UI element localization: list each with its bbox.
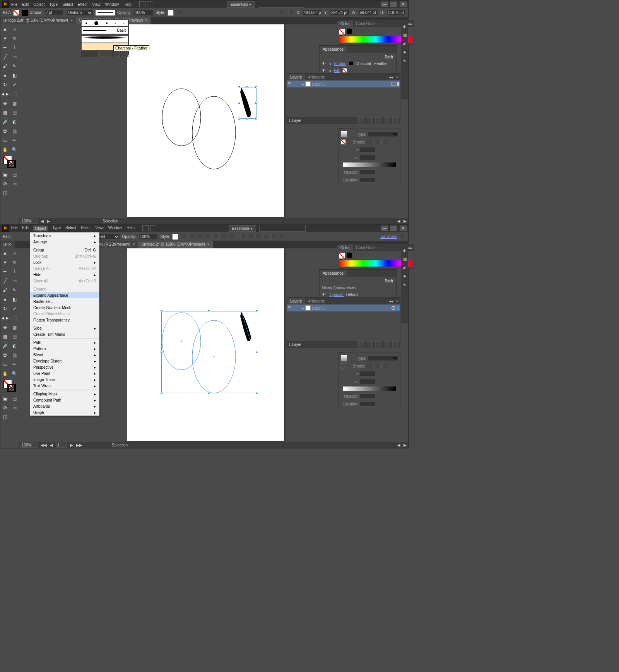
stroke-option-1[interactable] bbox=[367, 139, 373, 145]
visibility-icon[interactable]: 👁 bbox=[288, 81, 293, 87]
eraser-tool[interactable]: ◧ bbox=[10, 71, 19, 80]
align-top-icon[interactable] bbox=[212, 234, 219, 240]
direct-selection-tool[interactable]: ▷ bbox=[10, 24, 19, 34]
swatches-icon[interactable]: ▦ bbox=[401, 31, 408, 39]
brushes-icon[interactable]: 🖌 bbox=[401, 39, 408, 48]
menu-item-transform[interactable]: Transform▸ bbox=[30, 233, 99, 239]
y-input[interactable] bbox=[330, 10, 349, 16]
brushes-icon[interactable]: 🖌 bbox=[401, 263, 408, 272]
gradient-swatch[interactable] bbox=[340, 131, 347, 138]
screen-mode-icon[interactable]: ▭ bbox=[10, 403, 19, 412]
close-button[interactable]: ✕ bbox=[400, 226, 407, 231]
rotate-tool[interactable]: ↻ bbox=[0, 80, 10, 89]
menu-help[interactable]: Help bbox=[123, 2, 132, 7]
document-tab[interactable]: Untitled-2* @ 100% (CMYK/Preview)× bbox=[138, 241, 213, 248]
artboard-nav-icon[interactable]: ▶ bbox=[47, 219, 50, 223]
scroll-left-icon[interactable]: ◀ bbox=[397, 219, 400, 223]
document-tab[interactable]: jel lo bbox=[0, 241, 15, 248]
angle-input[interactable] bbox=[360, 371, 375, 376]
artboard-nav-prev-icon[interactable]: ◀ bbox=[50, 443, 53, 447]
type-tool[interactable]: T bbox=[10, 267, 19, 276]
opacity-input[interactable] bbox=[139, 234, 158, 240]
selection-handle[interactable] bbox=[161, 392, 162, 394]
menu-window[interactable]: Window bbox=[108, 226, 122, 231]
mesh-tool[interactable]: ▦ bbox=[0, 332, 10, 341]
fill-color-swatch[interactable] bbox=[342, 68, 347, 73]
menu-item-envelope-distort[interactable]: Envelope Distort▸ bbox=[30, 358, 99, 364]
brush-row[interactable] bbox=[82, 20, 128, 27]
selection-handle[interactable] bbox=[255, 118, 257, 120]
align-bottom-icon[interactable] bbox=[228, 234, 234, 240]
pencil-tool[interactable]: ✎ bbox=[10, 62, 19, 71]
stroke-option-2[interactable] bbox=[374, 363, 381, 369]
pencil-tool[interactable]: ✎ bbox=[10, 286, 19, 295]
fill-link[interactable]: Fill: bbox=[334, 68, 340, 73]
scale-tool[interactable]: ⤢ bbox=[10, 304, 19, 313]
selection-handle[interactable] bbox=[238, 102, 240, 104]
selection-handle[interactable] bbox=[256, 310, 258, 312]
new-sublayer-icon[interactable] bbox=[375, 117, 381, 123]
locate-icon[interactable] bbox=[358, 117, 364, 123]
stroke-indicator[interactable] bbox=[7, 160, 16, 168]
make-clipping-icon[interactable] bbox=[367, 341, 373, 347]
artboards-tab[interactable]: Artboards bbox=[305, 298, 328, 304]
magic-wand-tool[interactable]: ✦ bbox=[0, 258, 10, 267]
align-vcenter-icon[interactable] bbox=[220, 234, 226, 240]
perspective-tool[interactable]: ▦ bbox=[10, 323, 19, 332]
brush-preview[interactable] bbox=[96, 10, 115, 15]
menu-select[interactable]: Select bbox=[62, 2, 73, 7]
document-tab[interactable]: jel logo 2.ai* @ 50% (CMYK/Preview)× bbox=[0, 17, 76, 24]
stroke-swatch[interactable] bbox=[347, 29, 352, 34]
stroke-swatch[interactable] bbox=[347, 253, 352, 258]
selection-tool[interactable]: ▲ bbox=[0, 24, 10, 34]
recolor-icon[interactable] bbox=[176, 10, 182, 16]
selection-tool[interactable]: ▲ bbox=[0, 248, 10, 258]
opacity-input[interactable] bbox=[134, 10, 153, 16]
menu-item-path[interactable]: Path▸ bbox=[30, 339, 99, 345]
layers-tab[interactable]: Layers bbox=[287, 298, 305, 304]
shape-builder-tool[interactable]: ⊕ bbox=[0, 323, 10, 332]
aspect-input[interactable] bbox=[360, 379, 375, 384]
selection-handle[interactable] bbox=[255, 86, 257, 88]
mesh-tool[interactable]: ▦ bbox=[0, 108, 10, 117]
menu-item-lock[interactable]: Lock▸ bbox=[30, 259, 99, 265]
artboard-nav-next-icon[interactable]: ▶▶ bbox=[76, 443, 82, 447]
delete-brush-icon[interactable] bbox=[121, 51, 128, 57]
fill-stroke-indicator[interactable] bbox=[3, 380, 16, 392]
menu-effect[interactable]: Effect bbox=[78, 2, 87, 7]
pen-tool[interactable]: ✒ bbox=[0, 43, 10, 52]
search-input[interactable] bbox=[258, 1, 304, 8]
menu-item-hide[interactable]: Hide▸ bbox=[30, 272, 99, 278]
draw-mode-icon[interactable]: ◫ bbox=[0, 412, 10, 422]
menu-item-graph[interactable]: Graph▸ bbox=[30, 409, 99, 416]
new-brush-icon[interactable] bbox=[114, 51, 120, 57]
menu-item-expand-appearance[interactable]: Expand Appearance bbox=[30, 292, 99, 298]
align-icon[interactable] bbox=[280, 10, 286, 16]
distribute-icon[interactable] bbox=[256, 234, 262, 240]
align-right-icon[interactable] bbox=[205, 234, 211, 240]
color-guide-tab[interactable]: Color Guide bbox=[353, 245, 380, 251]
gradient-location-input[interactable] bbox=[360, 177, 375, 183]
symbol-sprayer-tool[interactable]: ✿ bbox=[0, 351, 10, 360]
menu-item-rasterize-[interactable]: Rasterize... bbox=[30, 298, 99, 304]
line-tool[interactable]: ╱ bbox=[0, 52, 10, 62]
selection-handle[interactable] bbox=[208, 310, 210, 312]
brush-row-basic[interactable]: Basic bbox=[82, 27, 128, 34]
panel-collapse-icon[interactable]: ◂◂ bbox=[388, 75, 395, 79]
layer-name[interactable]: Layer 1 bbox=[312, 306, 325, 310]
selection-handle[interactable] bbox=[255, 102, 257, 104]
menu-help[interactable]: Help bbox=[127, 226, 135, 231]
menu-window[interactable]: Window bbox=[105, 2, 119, 7]
screen-mode-icon[interactable]: ▭ bbox=[10, 179, 19, 188]
menu-item-blend[interactable]: Blend▸ bbox=[30, 352, 99, 358]
panel-close-icon[interactable]: × bbox=[395, 75, 400, 79]
panel-collapse-icon[interactable]: ◂◂ bbox=[388, 299, 395, 303]
lasso-tool[interactable]: ⟲ bbox=[10, 258, 19, 267]
close-icon[interactable]: × bbox=[70, 18, 73, 22]
visibility-icon[interactable]: 👁 bbox=[322, 292, 327, 297]
color-tab[interactable]: Color bbox=[337, 245, 353, 251]
visibility-icon[interactable]: 👁 bbox=[288, 305, 293, 311]
align-icon-2[interactable] bbox=[288, 10, 294, 16]
gradient-mode-icon[interactable]: ▤ bbox=[10, 394, 19, 403]
delete-layer-icon[interactable] bbox=[392, 117, 398, 123]
